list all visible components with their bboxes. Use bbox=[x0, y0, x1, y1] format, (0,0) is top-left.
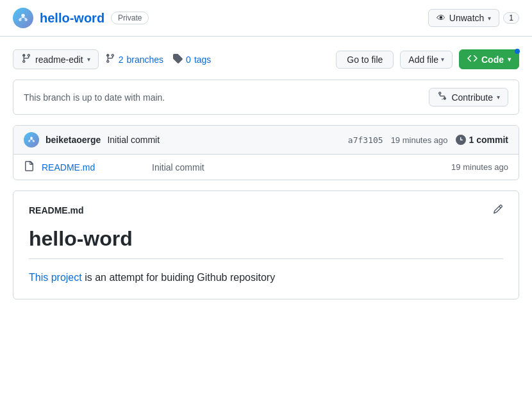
readme-section: README.md hello-word This project is an … bbox=[13, 190, 519, 299]
repo-title: hello-word Private bbox=[13, 8, 149, 28]
branches-info[interactable]: 2 branches bbox=[105, 53, 163, 65]
commit-author-avatar bbox=[24, 132, 39, 148]
svg-point-1 bbox=[19, 18, 22, 21]
branch-status-text: This branch is up to date with main. bbox=[24, 92, 165, 103]
add-file-dropdown-icon: ▾ bbox=[441, 56, 444, 63]
notification-dot bbox=[515, 49, 520, 54]
commit-author-name[interactable]: beiketaoerge bbox=[46, 135, 101, 145]
main-content: readme-edit ▾ 2 branches 0 tags Go to f bbox=[0, 37, 532, 312]
repo-name[interactable]: hello-word bbox=[40, 11, 104, 26]
top-bar: hello-word Private 👁 Unwatch ▾ 1 bbox=[0, 0, 532, 37]
tags-info[interactable]: 0 tags bbox=[172, 53, 211, 65]
branch-icon bbox=[21, 53, 31, 65]
goto-file-label: Go to file bbox=[347, 55, 383, 65]
readme-title-heading: hello-word bbox=[29, 227, 503, 251]
privacy-badge: Private bbox=[111, 12, 149, 24]
code-chevron-icon bbox=[467, 53, 478, 65]
svg-point-0 bbox=[21, 14, 25, 17]
goto-file-button[interactable]: Go to file bbox=[336, 51, 394, 69]
branch-selector-button[interactable]: readme-edit ▾ bbox=[13, 49, 99, 69]
contribute-label: Contribute bbox=[451, 92, 493, 103]
tags-count: 0 bbox=[186, 55, 191, 65]
svg-line-4 bbox=[23, 17, 26, 19]
svg-line-8 bbox=[29, 139, 31, 140]
branch-name-label: readme-edit bbox=[35, 55, 83, 65]
readme-body-text: This project is an attempt for buiding G… bbox=[29, 269, 503, 286]
svg-point-2 bbox=[24, 18, 28, 21]
files-section: beiketaoerge Initial commit a7f3105 19 m… bbox=[13, 125, 519, 180]
dropdown-arrow-icon: ▾ bbox=[488, 15, 491, 22]
add-file-label: Add file bbox=[408, 55, 438, 65]
tag-icon bbox=[172, 53, 183, 65]
branches-icon bbox=[105, 53, 115, 65]
unwatch-button[interactable]: 👁 Unwatch ▾ bbox=[428, 9, 499, 27]
table-row: README.md Initial commit 19 minutes ago bbox=[13, 155, 519, 180]
add-file-button[interactable]: Add file ▾ bbox=[400, 51, 453, 69]
commit-meta: a7f3105 19 minutes ago 1 commit bbox=[348, 135, 508, 145]
file-icon bbox=[24, 161, 34, 173]
readme-divider bbox=[29, 258, 503, 259]
code-label: Code bbox=[481, 55, 504, 65]
svg-line-3 bbox=[20, 17, 23, 19]
unwatch-count: 1 bbox=[503, 12, 519, 24]
code-button[interactable]: Code ▾ bbox=[459, 49, 519, 69]
readme-filename: README.md bbox=[29, 205, 84, 215]
file-time: 19 minutes ago bbox=[451, 162, 508, 172]
contribute-button[interactable]: Contribute ▾ bbox=[429, 88, 508, 106]
readme-body-part1: This project bbox=[29, 272, 85, 283]
svg-point-6 bbox=[28, 140, 30, 142]
branches-count: 2 bbox=[119, 55, 124, 65]
commit-header: beiketaoerge Initial commit a7f3105 19 m… bbox=[13, 126, 519, 155]
code-dropdown-icon: ▾ bbox=[508, 56, 511, 63]
branches-label: branches bbox=[127, 55, 164, 65]
contribute-dropdown-icon: ▾ bbox=[497, 94, 500, 101]
unwatch-label: Unwatch bbox=[449, 13, 484, 23]
svg-point-5 bbox=[30, 137, 33, 139]
edit-icon[interactable] bbox=[493, 204, 503, 217]
commit-count: 1 commit bbox=[456, 135, 508, 145]
branch-status-bar: This branch is up to date with main. Con… bbox=[13, 80, 519, 115]
file-name[interactable]: README.md bbox=[42, 162, 144, 173]
contribute-icon bbox=[437, 91, 447, 103]
readme-body-part2: is an attempt for buiding Github reposit… bbox=[85, 272, 275, 283]
file-commit-message: Initial commit bbox=[152, 162, 444, 173]
commit-hash[interactable]: a7f3105 bbox=[348, 135, 383, 145]
branch-dropdown-icon: ▾ bbox=[87, 56, 90, 63]
commit-time: 19 minutes ago bbox=[391, 135, 448, 145]
tags-label: tags bbox=[194, 55, 211, 65]
readme-header: README.md bbox=[29, 204, 503, 217]
commit-message-text[interactable]: Initial commit bbox=[107, 135, 160, 145]
svg-line-9 bbox=[31, 139, 33, 140]
toolbar: readme-edit ▾ 2 branches 0 tags Go to f bbox=[13, 49, 519, 69]
svg-point-7 bbox=[33, 140, 35, 142]
repo-avatar bbox=[13, 8, 33, 28]
eye-icon: 👁 bbox=[436, 13, 445, 23]
